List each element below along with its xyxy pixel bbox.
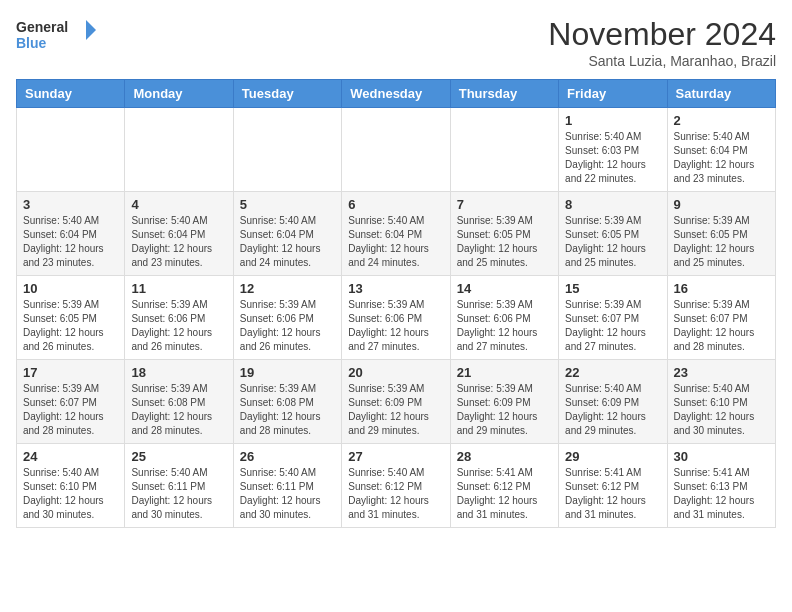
calendar-cell: 26Sunrise: 5:40 AM Sunset: 6:11 PM Dayli… [233,444,341,528]
logo: General Blue [16,16,96,60]
calendar-cell: 24Sunrise: 5:40 AM Sunset: 6:10 PM Dayli… [17,444,125,528]
calendar-cell: 10Sunrise: 5:39 AM Sunset: 6:05 PM Dayli… [17,276,125,360]
calendar-cell: 11Sunrise: 5:39 AM Sunset: 6:06 PM Dayli… [125,276,233,360]
day-info: Sunrise: 5:40 AM Sunset: 6:11 PM Dayligh… [131,466,226,522]
day-info: Sunrise: 5:39 AM Sunset: 6:05 PM Dayligh… [565,214,660,270]
calendar-cell: 16Sunrise: 5:39 AM Sunset: 6:07 PM Dayli… [667,276,775,360]
calendar-week-row: 10Sunrise: 5:39 AM Sunset: 6:05 PM Dayli… [17,276,776,360]
day-number: 26 [240,449,335,464]
day-info: Sunrise: 5:41 AM Sunset: 6:12 PM Dayligh… [457,466,552,522]
day-number: 30 [674,449,769,464]
day-number: 19 [240,365,335,380]
calendar-cell: 18Sunrise: 5:39 AM Sunset: 6:08 PM Dayli… [125,360,233,444]
day-number: 4 [131,197,226,212]
day-info: Sunrise: 5:39 AM Sunset: 6:05 PM Dayligh… [23,298,118,354]
day-number: 21 [457,365,552,380]
day-info: Sunrise: 5:40 AM Sunset: 6:04 PM Dayligh… [131,214,226,270]
weekday-header-sunday: Sunday [17,80,125,108]
calendar-cell: 22Sunrise: 5:40 AM Sunset: 6:09 PM Dayli… [559,360,667,444]
calendar-cell: 3Sunrise: 5:40 AM Sunset: 6:04 PM Daylig… [17,192,125,276]
day-number: 3 [23,197,118,212]
day-number: 10 [23,281,118,296]
day-number: 15 [565,281,660,296]
day-number: 20 [348,365,443,380]
calendar-cell: 17Sunrise: 5:39 AM Sunset: 6:07 PM Dayli… [17,360,125,444]
calendar-table: SundayMondayTuesdayWednesdayThursdayFrid… [16,79,776,528]
day-info: Sunrise: 5:39 AM Sunset: 6:09 PM Dayligh… [348,382,443,438]
day-info: Sunrise: 5:39 AM Sunset: 6:06 PM Dayligh… [348,298,443,354]
day-info: Sunrise: 5:40 AM Sunset: 6:12 PM Dayligh… [348,466,443,522]
day-info: Sunrise: 5:39 AM Sunset: 6:07 PM Dayligh… [23,382,118,438]
day-info: Sunrise: 5:40 AM Sunset: 6:04 PM Dayligh… [23,214,118,270]
day-number: 7 [457,197,552,212]
calendar-cell: 19Sunrise: 5:39 AM Sunset: 6:08 PM Dayli… [233,360,341,444]
calendar-cell: 20Sunrise: 5:39 AM Sunset: 6:09 PM Dayli… [342,360,450,444]
day-info: Sunrise: 5:40 AM Sunset: 6:11 PM Dayligh… [240,466,335,522]
calendar-cell [125,108,233,192]
day-number: 5 [240,197,335,212]
weekday-header-tuesday: Tuesday [233,80,341,108]
day-number: 13 [348,281,443,296]
day-info: Sunrise: 5:39 AM Sunset: 6:09 PM Dayligh… [457,382,552,438]
weekday-header-wednesday: Wednesday [342,80,450,108]
svg-marker-2 [86,20,96,40]
calendar-cell [342,108,450,192]
calendar-cell: 4Sunrise: 5:40 AM Sunset: 6:04 PM Daylig… [125,192,233,276]
calendar-week-row: 24Sunrise: 5:40 AM Sunset: 6:10 PM Dayli… [17,444,776,528]
calendar-cell: 6Sunrise: 5:40 AM Sunset: 6:04 PM Daylig… [342,192,450,276]
day-number: 23 [674,365,769,380]
day-number: 25 [131,449,226,464]
day-number: 14 [457,281,552,296]
day-info: Sunrise: 5:41 AM Sunset: 6:12 PM Dayligh… [565,466,660,522]
calendar-week-row: 17Sunrise: 5:39 AM Sunset: 6:07 PM Dayli… [17,360,776,444]
day-number: 16 [674,281,769,296]
day-number: 24 [23,449,118,464]
weekday-header-row: SundayMondayTuesdayWednesdayThursdayFrid… [17,80,776,108]
weekday-header-saturday: Saturday [667,80,775,108]
day-info: Sunrise: 5:39 AM Sunset: 6:07 PM Dayligh… [674,298,769,354]
calendar-cell: 13Sunrise: 5:39 AM Sunset: 6:06 PM Dayli… [342,276,450,360]
day-number: 2 [674,113,769,128]
calendar-cell: 30Sunrise: 5:41 AM Sunset: 6:13 PM Dayli… [667,444,775,528]
calendar-cell: 25Sunrise: 5:40 AM Sunset: 6:11 PM Dayli… [125,444,233,528]
month-title: November 2024 [548,16,776,53]
day-number: 6 [348,197,443,212]
day-number: 28 [457,449,552,464]
day-number: 12 [240,281,335,296]
day-number: 1 [565,113,660,128]
svg-text:General: General [16,19,68,35]
calendar-cell: 21Sunrise: 5:39 AM Sunset: 6:09 PM Dayli… [450,360,558,444]
calendar-week-row: 3Sunrise: 5:40 AM Sunset: 6:04 PM Daylig… [17,192,776,276]
calendar-cell: 29Sunrise: 5:41 AM Sunset: 6:12 PM Dayli… [559,444,667,528]
weekday-header-thursday: Thursday [450,80,558,108]
day-number: 9 [674,197,769,212]
weekday-header-friday: Friday [559,80,667,108]
calendar-cell: 9Sunrise: 5:39 AM Sunset: 6:05 PM Daylig… [667,192,775,276]
calendar-cell: 7Sunrise: 5:39 AM Sunset: 6:05 PM Daylig… [450,192,558,276]
calendar-cell: 15Sunrise: 5:39 AM Sunset: 6:07 PM Dayli… [559,276,667,360]
day-info: Sunrise: 5:39 AM Sunset: 6:06 PM Dayligh… [457,298,552,354]
day-info: Sunrise: 5:41 AM Sunset: 6:13 PM Dayligh… [674,466,769,522]
calendar-cell: 28Sunrise: 5:41 AM Sunset: 6:12 PM Dayli… [450,444,558,528]
calendar-cell: 12Sunrise: 5:39 AM Sunset: 6:06 PM Dayli… [233,276,341,360]
day-number: 18 [131,365,226,380]
calendar-cell: 23Sunrise: 5:40 AM Sunset: 6:10 PM Dayli… [667,360,775,444]
weekday-header-monday: Monday [125,80,233,108]
calendar-cell: 1Sunrise: 5:40 AM Sunset: 6:03 PM Daylig… [559,108,667,192]
subtitle: Santa Luzia, Maranhao, Brazil [548,53,776,69]
day-info: Sunrise: 5:40 AM Sunset: 6:04 PM Dayligh… [674,130,769,186]
calendar-cell: 2Sunrise: 5:40 AM Sunset: 6:04 PM Daylig… [667,108,775,192]
logo-svg: General Blue [16,16,96,60]
day-info: Sunrise: 5:39 AM Sunset: 6:08 PM Dayligh… [240,382,335,438]
day-info: Sunrise: 5:40 AM Sunset: 6:09 PM Dayligh… [565,382,660,438]
calendar-cell: 8Sunrise: 5:39 AM Sunset: 6:05 PM Daylig… [559,192,667,276]
day-info: Sunrise: 5:40 AM Sunset: 6:04 PM Dayligh… [240,214,335,270]
header: General Blue November 2024 Santa Luzia, … [16,16,776,69]
day-info: Sunrise: 5:39 AM Sunset: 6:07 PM Dayligh… [565,298,660,354]
title-section: November 2024 Santa Luzia, Maranhao, Bra… [548,16,776,69]
day-info: Sunrise: 5:39 AM Sunset: 6:05 PM Dayligh… [457,214,552,270]
day-info: Sunrise: 5:39 AM Sunset: 6:06 PM Dayligh… [240,298,335,354]
day-number: 29 [565,449,660,464]
day-info: Sunrise: 5:40 AM Sunset: 6:10 PM Dayligh… [674,382,769,438]
day-number: 27 [348,449,443,464]
